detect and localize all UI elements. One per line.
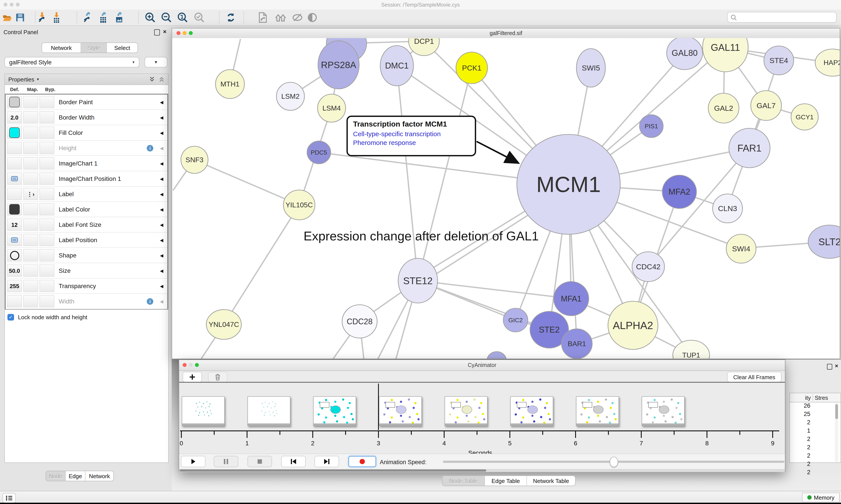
speed-slider-thumb[interactable] <box>610 457 618 467</box>
results-close-button[interactable]: × <box>835 363 838 369</box>
lock-size-checkbox[interactable]: ✓ <box>7 314 14 321</box>
animation-frame-8[interactable] <box>642 396 685 426</box>
animation-frame-1[interactable] <box>182 396 225 426</box>
bypass-cell[interactable] <box>39 188 54 200</box>
network-node-SLT2[interactable]: SLT2 <box>808 225 840 258</box>
bypass-cell[interactable] <box>39 234 54 246</box>
network-node-YNL047C[interactable]: YNL047C <box>206 310 241 339</box>
zoom-selected-icon[interactable] <box>193 11 206 24</box>
save-session-icon[interactable] <box>14 11 27 24</box>
timeline-playhead[interactable] <box>378 383 379 430</box>
network-node-GAL11[interactable]: GAL11 <box>702 38 748 72</box>
export-table-icon[interactable] <box>97 11 110 24</box>
expand-property-arrow-icon[interactable]: ◀ <box>156 100 167 105</box>
import-network-icon[interactable] <box>35 11 49 24</box>
expand-property-arrow-icon[interactable]: ◀ <box>156 146 167 150</box>
expand-property-arrow-icon[interactable]: ◀ <box>156 176 167 181</box>
control-panel-float-button[interactable] <box>154 29 160 35</box>
network-node-CDC42[interactable]: CDC42 <box>632 252 664 282</box>
style-property-row-border-paint[interactable]: Border Paint◀ <box>6 94 167 110</box>
default-value-cell[interactable] <box>7 173 22 185</box>
network-node-STE12[interactable]: STE12 <box>398 258 437 303</box>
network-node-MFA1[interactable]: MFA1 <box>554 282 589 316</box>
network-node-LSM4[interactable]: LSM4 <box>318 94 345 122</box>
zoom-in-icon[interactable] <box>144 11 157 24</box>
animation-frame-3[interactable] <box>313 396 356 426</box>
bypass-cell[interactable] <box>39 96 54 108</box>
mapping-cell[interactable] <box>23 265 38 277</box>
style-property-row-label-color[interactable]: Label Color◀ <box>6 202 167 217</box>
network-node-clipped[interactable] <box>487 352 506 359</box>
expand-property-arrow-icon[interactable]: ◀ <box>156 268 167 273</box>
style-property-row-size[interactable]: 50.0Size◀ <box>6 263 167 278</box>
memory-button[interactable]: Memory <box>802 492 840 502</box>
export-network-icon[interactable] <box>81 11 94 24</box>
record-button[interactable] <box>348 456 376 467</box>
tab-edge-table[interactable]: Edge Table <box>484 476 526 486</box>
expand-property-arrow-icon[interactable]: ◀ <box>156 253 167 258</box>
bypass-cell[interactable] <box>39 249 54 262</box>
animation-frame-6[interactable] <box>510 396 553 426</box>
network-node-CDC28[interactable]: CDC28 <box>342 305 377 338</box>
default-value-cell[interactable]: 50.0 <box>7 265 22 277</box>
style-property-row-image-chart-position-1[interactable]: Image/Chart Position 1◀ <box>6 171 167 186</box>
network-node-DCP1[interactable]: DCP1 <box>409 38 439 56</box>
clear-all-frames-button[interactable]: Clear All Frames <box>727 372 782 382</box>
network-file-icon[interactable] <box>256 11 269 24</box>
network-edge[interactable] <box>397 66 418 281</box>
mapping-cell[interactable] <box>23 203 38 215</box>
expand-property-arrow-icon[interactable]: ◀ <box>156 130 167 135</box>
control-panel-close-button[interactable]: × <box>163 28 166 35</box>
default-value-cell[interactable] <box>7 96 22 108</box>
zoom-fit-icon[interactable] <box>176 11 189 24</box>
style-property-row-label-font-size[interactable]: 12Label Font Size◀ <box>6 217 167 233</box>
default-value-cell[interactable]: 255 <box>7 280 22 292</box>
results-scrollbar[interactable] <box>835 403 838 462</box>
network-node-SNF3[interactable]: SNF3 <box>181 146 208 174</box>
expand-property-arrow-icon[interactable]: ◀ <box>156 161 167 166</box>
pause-button[interactable] <box>214 456 238 467</box>
properties-header[interactable]: Properties ▾ <box>5 74 168 85</box>
network-node-PIS1[interactable]: PIS1 <box>640 115 663 138</box>
animation-frame-2[interactable] <box>248 396 290 426</box>
style-property-row-border-width[interactable]: 2.0Border Width◀ <box>6 110 167 125</box>
network-node-CLN3[interactable]: CLN3 <box>713 194 742 223</box>
network-node-PDC5[interactable]: PDC5 <box>307 141 331 164</box>
task-history-button[interactable] <box>3 493 16 503</box>
hide-details-icon[interactable] <box>291 11 304 24</box>
network-node-FAR1[interactable]: FAR1 <box>729 128 770 168</box>
network-node-ALPHA2[interactable]: ALPHA2 <box>608 301 658 349</box>
mapping-cell[interactable] <box>23 280 38 292</box>
mapping-cell[interactable] <box>23 234 38 246</box>
expand-property-arrow-icon[interactable]: ◀ <box>156 207 167 212</box>
show-details-icon[interactable] <box>306 11 319 24</box>
skip-to-end-button[interactable] <box>315 456 339 467</box>
expand-property-arrow-icon[interactable]: ◀ <box>156 284 167 288</box>
expand-property-arrow-icon[interactable]: ◀ <box>156 115 167 120</box>
bypass-cell[interactable] <box>39 280 54 292</box>
bypass-cell[interactable] <box>39 157 54 169</box>
default-value-cell[interactable] <box>7 295 22 307</box>
column-header-stress[interactable]: Stres <box>815 394 828 401</box>
mapping-cell[interactable] <box>23 96 38 108</box>
stop-button[interactable] <box>248 456 272 467</box>
mapping-cell[interactable] <box>23 142 38 154</box>
tab-node-table[interactable]: Node Table <box>442 476 484 486</box>
expand-property-arrow-icon[interactable]: ◀ <box>156 299 167 304</box>
network-node-GAL7[interactable]: GAL7 <box>751 91 782 121</box>
network-canvas[interactable]: RPS28ADCP1DMC1PCK1MTH1LSM2LSM4SWI5GAL80G… <box>172 38 840 359</box>
default-value-cell[interactable] <box>7 249 22 262</box>
tab-select[interactable]: Select <box>106 43 138 53</box>
network-node-GAL80[interactable]: GAL80 <box>667 38 702 70</box>
network-node-GAL2[interactable]: GAL2 <box>708 93 739 123</box>
network-node-MFA2[interactable]: MFA2 <box>662 175 696 209</box>
default-value-cell[interactable] <box>7 234 22 246</box>
bypass-cell[interactable] <box>39 142 54 154</box>
mapping-cell[interactable] <box>23 295 38 307</box>
mapping-cell[interactable] <box>23 127 38 139</box>
tab-network[interactable]: Network <box>42 43 80 53</box>
style-property-row-height[interactable]: Heighti◀ <box>6 141 167 156</box>
collapse-all-icon[interactable] <box>159 76 165 82</box>
default-value-cell[interactable]: 12 <box>7 218 22 231</box>
animation-frame-4[interactable] <box>379 396 422 426</box>
